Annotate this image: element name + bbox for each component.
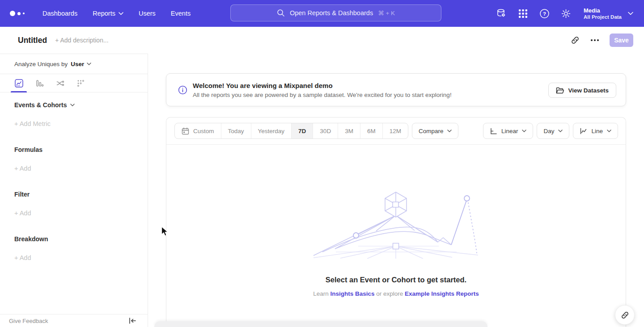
banner-subtitle: All the reports you see are powered by a… <box>193 92 452 98</box>
add-filter-button[interactable]: + Add <box>14 210 148 217</box>
analyze-value: User <box>71 61 84 67</box>
report-title[interactable]: Untitled <box>18 36 47 45</box>
sidebar-footer: Give Feedback <box>0 314 148 327</box>
interval-label: Day <box>543 128 554 134</box>
nav-item-dashboards[interactable]: Dashboards <box>35 0 85 27</box>
section-formulas: Formulas + Add <box>14 146 148 172</box>
report-header: Untitled + Add description... Save <box>0 27 644 54</box>
analyze-row: Analyze Uniques by User <box>0 54 148 74</box>
empty-state-text: or explore <box>376 290 403 297</box>
add-breakdown-button[interactable]: + Add <box>14 254 148 261</box>
date-range-label: 30D <box>320 128 331 134</box>
example-insights-reports-link[interactable]: Example Insights Reports <box>405 290 479 297</box>
global-search-input[interactable]: Open Reports & Dashboards ⌘ + K <box>230 4 441 21</box>
date-range-7d[interactable]: 7D <box>292 123 313 138</box>
data-management-icon[interactable] <box>496 8 507 19</box>
visualization-tabs <box>0 74 148 92</box>
settings-gear-icon[interactable] <box>560 8 571 19</box>
section-title[interactable]: Events & Cohorts <box>14 101 148 109</box>
give-feedback-link[interactable]: Give Feedback <box>9 318 48 324</box>
banner-texts: Welcome! You are viewing a Mixpanel demo… <box>193 82 452 98</box>
flows-icon <box>56 79 64 88</box>
date-range-6m[interactable]: 6M <box>360 123 383 138</box>
date-range-today[interactable]: Today <box>221 123 251 138</box>
scale-label: Linear <box>501 128 518 134</box>
tab-retention[interactable] <box>70 74 91 92</box>
tab-bar-chart[interactable] <box>29 74 50 92</box>
add-metric-button[interactable]: + Add Metric <box>14 120 148 127</box>
top-nav: Dashboards Reports Users Events Open Rep… <box>0 0 644 27</box>
view-datasets-button[interactable]: View Datasets <box>548 83 616 98</box>
copy-link-icon[interactable] <box>570 35 580 45</box>
section-title-text: Filter <box>14 191 30 198</box>
empty-state-subtitle: Learn Insights Basics or explore Example… <box>166 290 626 297</box>
more-options-icon[interactable] <box>590 35 600 45</box>
mixpanel-logo[interactable] <box>10 11 28 16</box>
date-range-12m[interactable]: 12M <box>383 123 408 138</box>
add-formula-button[interactable]: + Add <box>14 165 148 172</box>
section-events-cohorts: Events & Cohorts + Add Metric <box>14 101 148 127</box>
date-range-segmented-control: Custom Today Yesterday 7D 30D 3M 6M 12M <box>174 123 408 139</box>
demo-welcome-banner: Welcome! You are viewing a Mixpanel demo… <box>166 73 626 106</box>
chevron-down-icon <box>607 130 611 133</box>
logo-dot <box>23 13 25 14</box>
section-title: Filter <box>14 191 148 198</box>
date-range-label: Custom <box>193 128 214 134</box>
analyze-label: Analyze Uniques by <box>14 61 68 67</box>
analyze-by-dropdown[interactable]: User <box>71 61 91 67</box>
nav-label: Reports <box>93 10 115 17</box>
floating-copy-link-button[interactable] <box>615 305 635 325</box>
compare-label: Compare <box>419 128 444 134</box>
nav-item-reports[interactable]: Reports <box>85 0 131 27</box>
chevron-down-icon <box>628 12 633 15</box>
nav-item-users[interactable]: Users <box>131 0 163 27</box>
header-actions: Save <box>570 34 633 47</box>
empty-state-text: Learn <box>313 290 329 297</box>
chart-display-controls: Linear Day Line <box>483 123 618 139</box>
search-icon <box>277 9 285 17</box>
tab-flows[interactable] <box>50 74 70 92</box>
date-range-30d[interactable]: 30D <box>313 123 338 138</box>
project-scope: All Project Data <box>584 14 622 20</box>
folder-icon <box>556 87 564 94</box>
info-icon <box>178 85 187 95</box>
save-button[interactable]: Save <box>610 34 633 47</box>
compare-button[interactable]: Compare <box>412 123 459 139</box>
help-icon[interactable]: ? <box>539 8 550 19</box>
query-builder: Events & Cohorts + Add Metric Formulas +… <box>0 92 148 261</box>
date-range-label: 7D <box>298 128 306 134</box>
query-sidebar: Analyze Uniques by User <box>0 54 148 327</box>
chart-controls-row: Custom Today Yesterday 7D 30D 3M 6M 12M … <box>166 117 626 145</box>
date-range-custom[interactable]: Custom <box>175 123 221 138</box>
interval-dropdown[interactable]: Day <box>537 123 569 139</box>
date-range-label: 6M <box>367 128 376 134</box>
insights-basics-link[interactable]: Insights Basics <box>330 290 374 297</box>
logo-dot <box>10 11 15 16</box>
report-description-input[interactable]: + Add description... <box>55 37 108 44</box>
view-datasets-label: View Datasets <box>568 87 609 94</box>
tab-insights-line[interactable] <box>8 74 29 92</box>
project-name: Media <box>584 7 622 14</box>
apps-grid-icon[interactable] <box>517 8 528 19</box>
nav-label: Dashboards <box>42 10 77 17</box>
scale-dropdown[interactable]: Linear <box>483 123 534 139</box>
chevron-down-icon <box>70 104 75 107</box>
collapse-sidebar-icon[interactable] <box>129 318 136 324</box>
bottom-tray-card[interactable] <box>154 321 487 327</box>
nav-label: Users <box>139 10 156 17</box>
nav-item-events[interactable]: Events <box>163 0 198 27</box>
retention-icon <box>76 79 85 88</box>
date-range-3m[interactable]: 3M <box>338 123 360 138</box>
chart-type-dropdown[interactable]: Line <box>573 123 618 139</box>
date-range-yesterday[interactable]: Yesterday <box>251 123 292 138</box>
chevron-down-icon <box>558 130 563 133</box>
banner-title: Welcome! You are viewing a Mixpanel demo <box>193 82 452 89</box>
chevron-down-icon <box>447 130 452 133</box>
calendar-icon <box>182 127 189 135</box>
project-selector[interactable]: Media All Project Data <box>584 7 633 20</box>
insights-chart-icon <box>15 79 23 88</box>
topnav-right: ? Media All Project Data <box>496 0 633 27</box>
section-title-text: Events & Cohorts <box>14 101 67 109</box>
section-title-text: Formulas <box>14 146 42 153</box>
main-content: Welcome! You are viewing a Mixpanel demo… <box>148 54 644 327</box>
